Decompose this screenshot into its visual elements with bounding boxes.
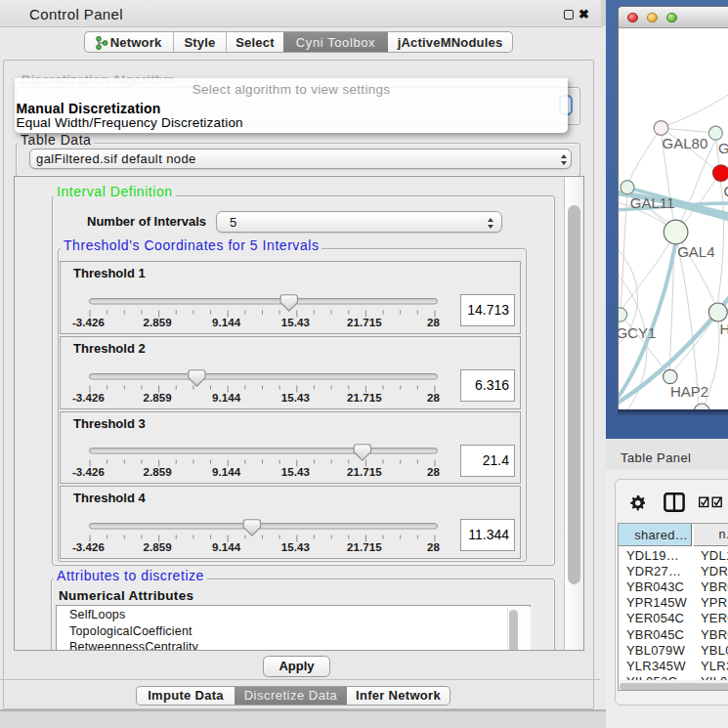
svg-text:GAL4: GAL4 bbox=[677, 243, 714, 260]
svg-text:GA: GA bbox=[718, 140, 728, 156]
svg-text:GAL11: GAL11 bbox=[630, 194, 675, 211]
svg-text:GAL80: GAL80 bbox=[663, 135, 708, 151]
svg-text:GCY1: GCY1 bbox=[619, 324, 656, 341]
svg-text:HAP2: HAP2 bbox=[670, 383, 708, 400]
svg-text:H: H bbox=[720, 321, 728, 337]
svg-text:C: C bbox=[724, 183, 728, 199]
